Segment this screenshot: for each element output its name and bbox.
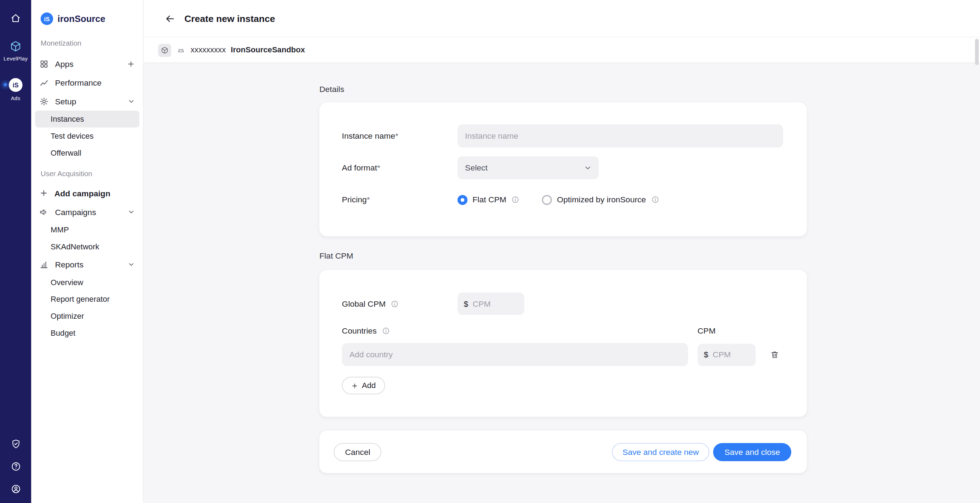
sidebar-item-campaigns[interactable]: Campaigns (31, 202, 143, 221)
required-mark: * (377, 163, 380, 172)
currency-symbol: $ (464, 299, 468, 308)
rail-levelplay-label: LevelPlay (3, 56, 28, 62)
rail-bottom-icons (10, 439, 21, 494)
app-cube-icon (158, 43, 171, 57)
home-icon[interactable] (10, 13, 21, 24)
ironsource-logo-mark: iS (41, 13, 53, 25)
chevron-down-icon (127, 98, 135, 105)
radio-label: Optimized by ironSource (557, 195, 646, 204)
radio-option-flat-cpm[interactable]: Flat CPM (457, 194, 519, 204)
pricing-row: Pricing* Flat CPM (342, 188, 784, 211)
countries-header-row: Countries CPM (342, 326, 784, 335)
sidebar-item-optimizer[interactable]: Optimizer (35, 307, 139, 325)
ironsource-logo[interactable]: iS ironSource (31, 13, 143, 25)
radio-label: Flat CPM (473, 195, 507, 204)
sidebar-item-label: Performance (55, 78, 101, 87)
sidebar-item-mmp[interactable]: MMP (35, 221, 139, 238)
info-icon[interactable] (382, 327, 390, 335)
scrollbar-thumb[interactable] (975, 39, 979, 65)
cancel-button[interactable]: Cancel (334, 443, 382, 461)
bar-chart-icon (39, 259, 48, 269)
plus-icon (39, 189, 48, 198)
sidebar-item-label: Offerwall (51, 148, 81, 158)
section-label-user-acquisition: User Acquisition (31, 170, 143, 178)
sidebar-item-add-campaign[interactable]: Add campaign (31, 184, 143, 202)
plus-icon (351, 382, 358, 389)
sidebar-item-reports[interactable]: Reports (31, 255, 143, 274)
add-country-input[interactable] (342, 343, 688, 366)
rail-item-levelplay[interactable]: LevelPlay (3, 40, 28, 62)
country-cpm-row: $ (342, 343, 784, 366)
app-window: LevelPlay iS Ads (0, 0, 980, 503)
pricing-radio-group: Flat CPM Optimized by ironSource (457, 188, 659, 211)
sidebar-item-label: Apps (55, 59, 73, 68)
sidebar-item-instances[interactable]: Instances (35, 111, 139, 128)
sidebar-item-report-generator[interactable]: Report generator (35, 290, 139, 307)
sidebar-item-setup[interactable]: Setup (31, 92, 143, 111)
chevron-down-icon (127, 261, 135, 268)
form-content: Details Instance name* Ad format* Se (144, 63, 980, 473)
back-button[interactable] (164, 13, 176, 24)
cpm-column-label: CPM (698, 326, 716, 335)
radio-unselected (542, 194, 552, 204)
details-card: Instance name* Ad format* Select (320, 103, 807, 236)
rail-item-ads[interactable]: iS Ads (9, 78, 23, 101)
account-icon[interactable] (10, 484, 21, 494)
required-mark: * (395, 131, 398, 140)
country-cpm-input[interactable]: $ (698, 344, 756, 366)
help-icon[interactable] (10, 461, 21, 472)
grid-icon (39, 59, 48, 68)
info-icon[interactable] (511, 196, 519, 204)
save-and-create-new-button[interactable]: Save and create new (612, 443, 710, 461)
radio-selected (457, 194, 467, 204)
chevron-down-icon (127, 208, 135, 215)
privacy-shield-icon[interactable] (10, 439, 21, 449)
rail-ads-label: Ads (11, 95, 21, 102)
radio-option-optimized[interactable]: Optimized by ironSource (542, 194, 659, 204)
sidebar-item-label: Budget (51, 328, 75, 337)
global-cpm-input[interactable]: $ (457, 293, 524, 315)
pricing-label: Pricing* (342, 195, 457, 204)
add-button-label: Add (362, 381, 376, 390)
sidebar-item-budget[interactable]: Budget (35, 325, 139, 341)
main-area: Create new instance xxxxxxxxx IronSource… (144, 0, 980, 503)
sidebar-item-test-devices[interactable]: Test devices (35, 127, 139, 144)
details-section-title: Details (320, 84, 980, 93)
currency-symbol: $ (704, 350, 708, 359)
instance-name-label: Instance name* (342, 131, 457, 140)
megaphone-icon (39, 207, 48, 216)
delete-row-button[interactable] (765, 345, 785, 365)
sidebar-item-performance[interactable]: Performance (31, 73, 143, 92)
add-country-button[interactable]: Add (342, 377, 385, 394)
countries-label: Countries (342, 326, 697, 335)
app-selector-bar[interactable]: xxxxxxxxx IronSourceSandbox (144, 38, 980, 63)
global-cpm-row: Global CPM $ (342, 293, 784, 315)
save-and-close-button[interactable]: Save and close (713, 443, 791, 461)
add-app-plus-icon[interactable] (127, 60, 135, 68)
global-cpm-label: Global CPM (342, 299, 457, 308)
instance-name-input[interactable] (457, 124, 783, 148)
flat-cpm-section-title: Flat CPM (320, 251, 980, 260)
ads-logo-icon: iS (9, 78, 23, 92)
active-indicator-dot (4, 83, 7, 86)
section-label-monetization: Monetization (31, 39, 143, 47)
instance-name-row: Instance name* (342, 124, 784, 148)
sidebar-item-overview[interactable]: Overview (35, 274, 139, 291)
sidebar-item-label: Optimizer (51, 312, 84, 320)
levelplay-cube-icon (9, 40, 22, 53)
ironsource-logo-text: ironSource (58, 14, 105, 24)
sidebar-item-label: Overview (51, 278, 83, 287)
global-cpm-value-input[interactable] (473, 299, 518, 308)
sidebar-item-apps[interactable]: Apps (31, 54, 143, 73)
chevron-down-icon (584, 164, 592, 172)
sidebar-item-label: Reports (55, 259, 83, 269)
ad-format-select-value: Select (465, 163, 487, 172)
info-icon[interactable] (651, 196, 659, 204)
trash-icon (770, 350, 779, 359)
country-cpm-value-input[interactable] (713, 350, 749, 359)
ad-format-select[interactable]: Select (457, 156, 598, 179)
sidebar-item-skadnetwork[interactable]: SKAdNetwork (35, 238, 139, 255)
sidebar-item-label: Instances (51, 115, 84, 123)
info-icon[interactable] (391, 299, 399, 308)
sidebar-item-offerwall[interactable]: Offerwall (35, 144, 139, 161)
